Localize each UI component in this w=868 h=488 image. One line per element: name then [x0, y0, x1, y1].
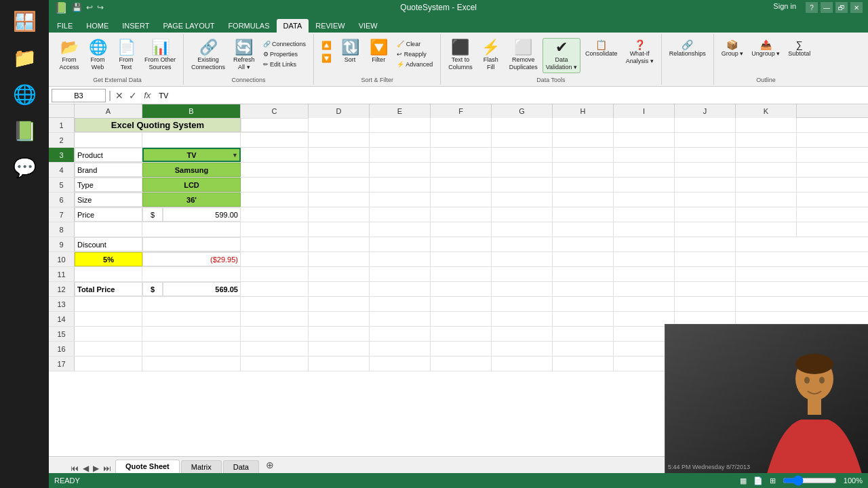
cell-g12[interactable] [492, 282, 553, 296]
cell-h4[interactable] [553, 163, 614, 177]
row-num-13[interactable]: 13 [49, 297, 75, 311]
cell-a11[interactable] [75, 267, 142, 281]
from-text-button[interactable]: 📄 FromText [113, 38, 140, 73]
cell-k2[interactable] [736, 133, 797, 147]
cell-k5[interactable] [736, 178, 797, 192]
cell-i6[interactable] [614, 192, 675, 207]
tab-page-layout[interactable]: PAGE LAYOUT [156, 19, 221, 33]
cell-c8[interactable] [241, 222, 309, 237]
cell-f3[interactable] [431, 148, 492, 162]
cell-h1[interactable] [553, 118, 614, 132]
help-button[interactable]: ? [806, 2, 818, 13]
cell-g4[interactable] [492, 163, 553, 177]
redo-icon[interactable]: ↪ [97, 3, 104, 12]
cell-k8[interactable] [736, 222, 797, 237]
cell-c9[interactable] [241, 237, 309, 251]
cell-h9[interactable] [553, 237, 614, 251]
relationships-button[interactable]: 🔗 Relationships [666, 38, 709, 60]
cell-e1[interactable] [370, 118, 431, 132]
cell-a6[interactable]: Size [75, 192, 142, 207]
sheet-nav-last[interactable]: ⏭ [102, 464, 113, 473]
connections-button[interactable]: 🔗 Connections [260, 39, 310, 49]
restore-button[interactable]: 🗗 [835, 2, 848, 13]
cell-h5[interactable] [553, 178, 614, 192]
cell-c6[interactable] [241, 192, 309, 207]
cell-k3[interactable] [736, 148, 797, 162]
cell-e11[interactable] [370, 267, 431, 281]
what-if-analysis-button[interactable]: ❓ What-IfAnalysis ▾ [623, 38, 657, 67]
sheet-nav-prev[interactable]: ◀ [81, 464, 90, 473]
cell-d8[interactable] [309, 222, 370, 237]
cell-b5[interactable]: LCD [142, 178, 241, 192]
tab-review[interactable]: REVIEW [309, 19, 351, 33]
cell-j3[interactable] [675, 148, 736, 162]
cell-b7-dollar[interactable]: $ [142, 207, 163, 222]
cell-d1[interactable] [309, 118, 370, 132]
cell-e2[interactable] [370, 133, 431, 147]
row-num-15[interactable]: 15 [49, 327, 75, 341]
col-header-j[interactable]: J [675, 104, 736, 118]
undo-icon[interactable]: ↩ [86, 3, 93, 12]
from-other-sources-button[interactable]: 📊 From OtherSources [141, 38, 179, 73]
zoom-slider[interactable] [783, 477, 837, 484]
cell-k7[interactable] [736, 207, 797, 222]
cell-a3[interactable]: Product [75, 148, 142, 162]
cell-k1[interactable] [736, 118, 797, 132]
cell-j7[interactable] [675, 207, 736, 222]
tab-view[interactable]: VIEW [352, 19, 384, 33]
group-button[interactable]: 📦 Group ▾ [718, 38, 747, 59]
cell-c2[interactable] [241, 133, 309, 147]
cell-b10[interactable]: ($29.95) [142, 252, 241, 266]
row-num-2[interactable]: 2 [49, 133, 75, 147]
tab-file[interactable]: FILE [50, 19, 79, 33]
cell-f1[interactable] [431, 118, 492, 132]
cell-k4[interactable] [736, 163, 797, 177]
view-page-break-icon[interactable]: ⊞ [770, 476, 776, 485]
consolidate-button[interactable]: 📋 Consolidate [582, 38, 621, 60]
cell-a2[interactable] [75, 133, 142, 147]
remove-duplicates-button[interactable]: ⬜ RemoveDuplicates [506, 38, 541, 73]
cell-f2[interactable] [431, 133, 492, 147]
cell-j5[interactable] [675, 178, 736, 192]
edit-links-button[interactable]: ✏ Edit Links [260, 60, 310, 69]
cell-g10[interactable] [492, 252, 553, 266]
cell-e10[interactable] [370, 252, 431, 266]
cell-h8[interactable] [553, 222, 614, 237]
cell-i9[interactable] [614, 237, 675, 251]
cell-e3[interactable] [370, 148, 431, 162]
cell-d3[interactable] [309, 148, 370, 162]
row-num-7[interactable]: 7 [49, 207, 75, 222]
cell-b12-dollar[interactable]: $ [142, 282, 163, 296]
row-num-11[interactable]: 11 [49, 267, 75, 281]
cell-i7[interactable] [614, 207, 675, 222]
cell-f8[interactable] [431, 222, 492, 237]
cell-h10[interactable] [553, 252, 614, 266]
cell-i5[interactable] [614, 178, 675, 192]
ungroup-button[interactable]: 📤 Ungroup ▾ [748, 38, 783, 59]
sheet-tab-quote[interactable]: Quote Sheet [115, 460, 180, 473]
sort-desc-button[interactable]: 🔽 [318, 52, 335, 64]
filter-button[interactable]: 🔽 Filter [365, 38, 392, 65]
cancel-formula-icon[interactable]: ✕ [114, 90, 125, 101]
properties-button[interactable]: ⚙ Properties [260, 49, 310, 59]
cell-h12[interactable] [553, 282, 614, 296]
from-web-button[interactable]: 🌐 FromWeb [84, 38, 111, 73]
taskbar-chrome[interactable]: 🌐 [7, 77, 41, 111]
existing-connections-button[interactable]: 🔗 ExistingConnections [188, 38, 229, 73]
cell-g8[interactable] [492, 222, 553, 237]
cell-c11[interactable] [241, 267, 309, 281]
cell-j4[interactable] [675, 163, 736, 177]
col-header-a[interactable]: A [75, 104, 142, 118]
cell-d5[interactable] [309, 178, 370, 192]
cell-j1[interactable] [675, 118, 736, 132]
cell-i3[interactable] [614, 148, 675, 162]
cell-f9[interactable] [431, 237, 492, 251]
cell-h7[interactable] [553, 207, 614, 222]
row-num-10[interactable]: 10 [49, 252, 75, 266]
cell-j9[interactable] [675, 237, 736, 251]
cell-b12-value[interactable]: 569.05 [163, 282, 241, 296]
cell-i2[interactable] [614, 133, 675, 147]
name-box[interactable] [52, 89, 106, 102]
row-num-12[interactable]: 12 [49, 282, 75, 296]
cell-d10[interactable] [309, 252, 370, 266]
